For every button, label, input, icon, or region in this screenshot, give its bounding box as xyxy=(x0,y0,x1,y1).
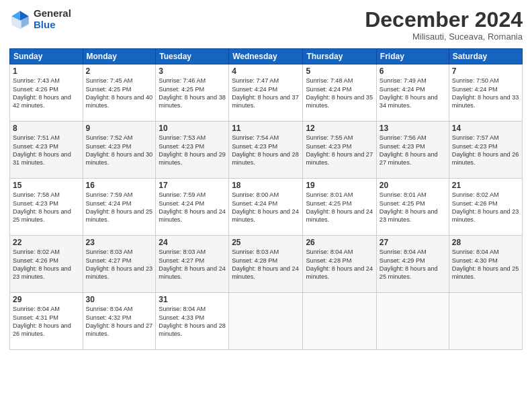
cell-info: Sunrise: 8:04 AMSunset: 4:31 PMDaylight:… xyxy=(13,306,71,337)
calendar-week-row: 22 Sunrise: 8:02 AMSunset: 4:26 PMDaylig… xyxy=(10,236,523,293)
day-header-thursday: Thursday xyxy=(303,49,376,64)
logo: General Blue xyxy=(9,8,71,30)
calendar-cell xyxy=(303,293,376,350)
cell-info: Sunrise: 7:47 AMSunset: 4:24 PMDaylight:… xyxy=(232,77,299,109)
day-number: 30 xyxy=(86,295,153,304)
calendar-cell: 9 Sunrise: 7:52 AMSunset: 4:23 PMDayligh… xyxy=(83,122,156,179)
cell-info: Sunrise: 7:46 AMSunset: 4:25 PMDaylight:… xyxy=(159,77,226,109)
calendar-cell: 28 Sunrise: 8:04 AMSunset: 4:30 PMDaylig… xyxy=(449,236,522,293)
day-number: 14 xyxy=(452,124,519,133)
day-number: 20 xyxy=(380,181,446,190)
calendar-cell: 23 Sunrise: 8:03 AMSunset: 4:27 PMDaylig… xyxy=(83,236,156,293)
calendar-cell: 16 Sunrise: 7:59 AMSunset: 4:24 PMDaylig… xyxy=(83,179,156,236)
cell-info: Sunrise: 7:52 AMSunset: 4:23 PMDaylight:… xyxy=(86,134,153,166)
logo-icon xyxy=(9,9,31,30)
cell-info: Sunrise: 8:03 AMSunset: 4:28 PMDaylight:… xyxy=(232,248,299,280)
cell-info: Sunrise: 8:04 AMSunset: 4:33 PMDaylight:… xyxy=(159,306,226,337)
cell-info: Sunrise: 7:48 AMSunset: 4:24 PMDaylight:… xyxy=(306,77,373,109)
logo-text: General Blue xyxy=(34,8,71,30)
calendar-cell: 8 Sunrise: 7:51 AMSunset: 4:23 PMDayligh… xyxy=(10,122,83,179)
day-number: 8 xyxy=(13,124,80,133)
calendar-cell: 5 Sunrise: 7:48 AMSunset: 4:24 PMDayligh… xyxy=(303,64,376,122)
calendar-cell: 15 Sunrise: 7:58 AMSunset: 4:23 PMDaylig… xyxy=(10,179,83,236)
calendar-cell: 12 Sunrise: 7:55 AMSunset: 4:23 PMDaylig… xyxy=(303,122,376,179)
calendar-cell: 20 Sunrise: 8:01 AMSunset: 4:25 PMDaylig… xyxy=(376,179,449,236)
calendar-cell: 25 Sunrise: 8:03 AMSunset: 4:28 PMDaylig… xyxy=(229,236,303,293)
calendar-cell: 10 Sunrise: 7:53 AMSunset: 4:23 PMDaylig… xyxy=(156,122,229,179)
calendar-cell xyxy=(376,293,449,350)
day-number: 18 xyxy=(232,181,300,190)
calendar-header-row: SundayMondayTuesdayWednesdayThursdayFrid… xyxy=(10,49,523,64)
day-number: 21 xyxy=(452,181,519,190)
calendar-cell: 2 Sunrise: 7:45 AMSunset: 4:25 PMDayligh… xyxy=(83,64,156,122)
calendar-cell: 24 Sunrise: 8:03 AMSunset: 4:27 PMDaylig… xyxy=(156,236,229,293)
calendar-cell: 27 Sunrise: 8:04 AMSunset: 4:29 PMDaylig… xyxy=(376,236,449,293)
calendar-cell: 7 Sunrise: 7:50 AMSunset: 4:24 PMDayligh… xyxy=(449,64,522,122)
title-block: December 2024 Milisauti, Suceava, Romani… xyxy=(365,8,523,42)
calendar-cell: 19 Sunrise: 8:01 AMSunset: 4:25 PMDaylig… xyxy=(303,179,376,236)
cell-info: Sunrise: 7:58 AMSunset: 4:23 PMDaylight:… xyxy=(13,191,71,223)
day-number: 23 xyxy=(86,238,153,247)
cell-info: Sunrise: 7:59 AMSunset: 4:24 PMDaylight:… xyxy=(86,191,153,223)
logo-blue: Blue xyxy=(34,19,71,31)
calendar-cell: 29 Sunrise: 8:04 AMSunset: 4:31 PMDaylig… xyxy=(10,293,83,350)
page: General Blue December 2024 Milisauti, Su… xyxy=(0,0,532,411)
header: General Blue December 2024 Milisauti, Su… xyxy=(9,8,523,42)
day-number: 9 xyxy=(86,124,153,133)
day-number: 1 xyxy=(13,66,80,76)
cell-info: Sunrise: 8:04 AMSunset: 4:32 PMDaylight:… xyxy=(86,306,153,337)
calendar-table: SundayMondayTuesdayWednesdayThursdayFrid… xyxy=(9,48,523,350)
day-number: 25 xyxy=(232,238,300,247)
calendar-cell xyxy=(229,293,303,350)
cell-info: Sunrise: 8:04 AMSunset: 4:28 PMDaylight:… xyxy=(306,248,373,280)
calendar-cell: 6 Sunrise: 7:49 AMSunset: 4:24 PMDayligh… xyxy=(376,64,449,122)
cell-info: Sunrise: 8:04 AMSunset: 4:30 PMDaylight:… xyxy=(452,248,519,280)
calendar-week-row: 1 Sunrise: 7:43 AMSunset: 4:26 PMDayligh… xyxy=(10,64,523,122)
calendar-cell: 22 Sunrise: 8:02 AMSunset: 4:26 PMDaylig… xyxy=(10,236,83,293)
calendar-cell: 21 Sunrise: 8:02 AMSunset: 4:26 PMDaylig… xyxy=(449,179,522,236)
calendar-cell: 11 Sunrise: 7:54 AMSunset: 4:23 PMDaylig… xyxy=(229,122,303,179)
cell-info: Sunrise: 8:02 AMSunset: 4:26 PMDaylight:… xyxy=(452,191,519,223)
cell-info: Sunrise: 7:59 AMSunset: 4:24 PMDaylight:… xyxy=(159,191,226,223)
month-title: December 2024 xyxy=(365,8,523,32)
calendar-cell: 13 Sunrise: 7:56 AMSunset: 4:23 PMDaylig… xyxy=(376,122,449,179)
day-number: 7 xyxy=(452,66,519,76)
cell-info: Sunrise: 7:49 AMSunset: 4:24 PMDaylight:… xyxy=(380,77,438,109)
day-number: 6 xyxy=(380,66,446,76)
cell-info: Sunrise: 8:01 AMSunset: 4:25 PMDaylight:… xyxy=(306,191,373,223)
cell-info: Sunrise: 8:02 AMSunset: 4:26 PMDaylight:… xyxy=(13,248,71,280)
day-number: 22 xyxy=(13,238,80,247)
day-header-sunday: Sunday xyxy=(10,49,83,64)
day-number: 26 xyxy=(306,238,373,247)
day-header-friday: Friday xyxy=(376,49,449,64)
day-number: 19 xyxy=(306,181,373,190)
cell-info: Sunrise: 8:04 AMSunset: 4:29 PMDaylight:… xyxy=(380,248,438,280)
calendar-week-row: 29 Sunrise: 8:04 AMSunset: 4:31 PMDaylig… xyxy=(10,293,523,350)
day-header-tuesday: Tuesday xyxy=(156,49,229,64)
cell-info: Sunrise: 8:03 AMSunset: 4:27 PMDaylight:… xyxy=(86,248,153,280)
cell-info: Sunrise: 7:53 AMSunset: 4:23 PMDaylight:… xyxy=(159,134,226,166)
cell-info: Sunrise: 7:50 AMSunset: 4:24 PMDaylight:… xyxy=(452,77,519,109)
cell-info: Sunrise: 7:43 AMSunset: 4:26 PMDaylight:… xyxy=(13,77,71,109)
day-number: 17 xyxy=(159,181,226,190)
cell-info: Sunrise: 8:00 AMSunset: 4:24 PMDaylight:… xyxy=(232,191,299,223)
cell-info: Sunrise: 7:45 AMSunset: 4:25 PMDaylight:… xyxy=(86,77,153,109)
calendar-week-row: 15 Sunrise: 7:58 AMSunset: 4:23 PMDaylig… xyxy=(10,179,523,236)
calendar-cell: 18 Sunrise: 8:00 AMSunset: 4:24 PMDaylig… xyxy=(229,179,303,236)
day-number: 11 xyxy=(232,124,300,133)
day-number: 15 xyxy=(13,181,80,190)
cell-info: Sunrise: 7:57 AMSunset: 4:23 PMDaylight:… xyxy=(452,134,519,166)
day-number: 3 xyxy=(159,66,226,76)
cell-info: Sunrise: 7:55 AMSunset: 4:23 PMDaylight:… xyxy=(306,134,373,166)
day-number: 28 xyxy=(452,238,519,247)
day-number: 29 xyxy=(13,295,80,304)
calendar-cell: 3 Sunrise: 7:46 AMSunset: 4:25 PMDayligh… xyxy=(156,64,229,122)
day-number: 31 xyxy=(159,295,226,304)
location-subtitle: Milisauti, Suceava, Romania xyxy=(365,32,523,42)
calendar-cell: 1 Sunrise: 7:43 AMSunset: 4:26 PMDayligh… xyxy=(10,64,83,122)
day-number: 27 xyxy=(380,238,446,247)
day-number: 12 xyxy=(306,124,373,133)
calendar-cell xyxy=(449,293,522,350)
cell-info: Sunrise: 7:51 AMSunset: 4:23 PMDaylight:… xyxy=(13,134,71,166)
cell-info: Sunrise: 7:54 AMSunset: 4:23 PMDaylight:… xyxy=(232,134,299,166)
